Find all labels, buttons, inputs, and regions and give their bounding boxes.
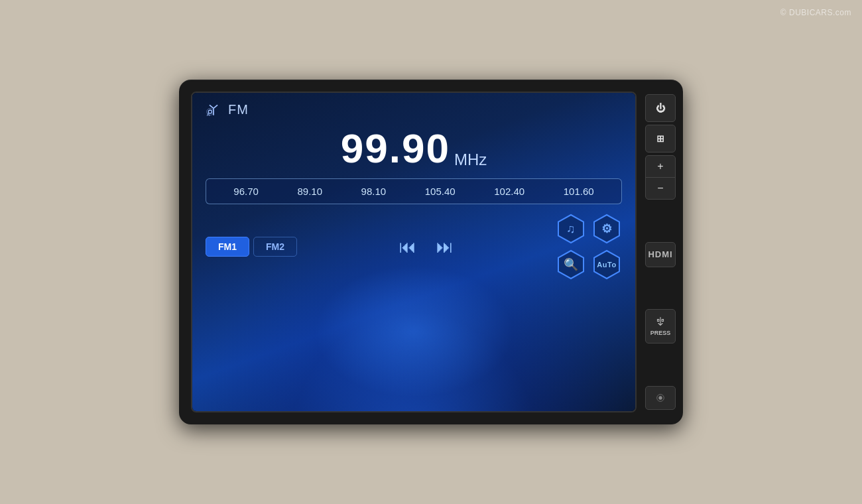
settings-button[interactable]: ⚙ (591, 214, 622, 244)
hdmi-button[interactable]: HDMI (645, 242, 676, 267)
menu-button[interactable]: ⊞ (645, 125, 676, 153)
power-icon: ⏻ (656, 103, 665, 113)
usb-button[interactable]: PRESS (645, 309, 676, 344)
prev-button[interactable]: ⏮ (399, 237, 416, 257)
svg-text:A: A (207, 112, 210, 117)
frequency-value: 99.90 (341, 125, 450, 171)
equalizer-button[interactable]: ♫ (556, 214, 586, 244)
header-row: A FM (206, 102, 622, 117)
fm1-button[interactable]: FM1 (206, 237, 249, 257)
aux-icon (655, 393, 666, 403)
fm-group: FM1 FM2 (206, 237, 297, 257)
hdmi-icon: HDMI (648, 249, 672, 259)
preset-5[interactable]: 102.40 (489, 184, 530, 198)
svg-point-10 (658, 396, 662, 399)
usb-icon (654, 316, 666, 328)
side-panel: ⏻ ⊞ + − HDMI PRESS (637, 92, 678, 412)
right-icons: ♫ ⚙ (556, 214, 622, 280)
frequency-display: 99.90MHz (206, 128, 622, 169)
frequency-unit: MHz (454, 151, 487, 168)
aux-button[interactable] (645, 386, 676, 410)
preset-4[interactable]: 105.40 (420, 184, 461, 198)
svg-marker-8 (558, 251, 584, 279)
preset-1[interactable]: 96.70 (228, 184, 264, 198)
volume-up-button[interactable]: + (646, 156, 675, 178)
svg-marker-7 (594, 215, 619, 243)
power-button[interactable]: ⏻ (645, 94, 676, 122)
auto-button[interactable]: AuTo (591, 249, 622, 280)
svg-marker-9 (594, 251, 619, 279)
menu-icon: ⊞ (656, 133, 664, 144)
volume-group: + − (645, 155, 676, 200)
icon-row-top: ♫ ⚙ (556, 214, 622, 244)
preset-6[interactable]: 101.60 (558, 184, 599, 198)
fm2-button[interactable]: FM2 (253, 237, 297, 257)
preset-2[interactable]: 89.10 (292, 184, 328, 198)
svg-line-1 (210, 105, 214, 108)
bottom-controls: FM1 FM2 ⏮ ⏭ ♫ (206, 214, 622, 280)
volume-down-button[interactable]: − (646, 178, 675, 199)
head-unit: A FM 99.90MHz 96.70 89.10 98.10 105.40 1… (179, 80, 683, 424)
svg-marker-6 (558, 215, 584, 243)
playback-controls: ⏮ ⏭ (399, 237, 454, 257)
screen-area: A FM 99.90MHz 96.70 89.10 98.10 105.40 1… (191, 92, 637, 412)
fm-label: FM (228, 102, 249, 117)
next-button[interactable]: ⏭ (436, 237, 454, 257)
svg-line-2 (214, 105, 217, 108)
search-button[interactable]: 🔍 (556, 249, 586, 280)
usb-press-label: PRESS (650, 330, 671, 336)
preset-3[interactable]: 98.10 (356, 184, 392, 198)
screen: A FM 99.90MHz 96.70 89.10 98.10 105.40 1… (192, 93, 635, 411)
antenna-icon: A (206, 103, 221, 117)
icon-row-bottom: 🔍 AuTo (556, 249, 622, 280)
preset-bar: 96.70 89.10 98.10 105.40 102.40 101.60 (206, 178, 622, 204)
watermark: © DUBICARS.com (780, 8, 851, 17)
